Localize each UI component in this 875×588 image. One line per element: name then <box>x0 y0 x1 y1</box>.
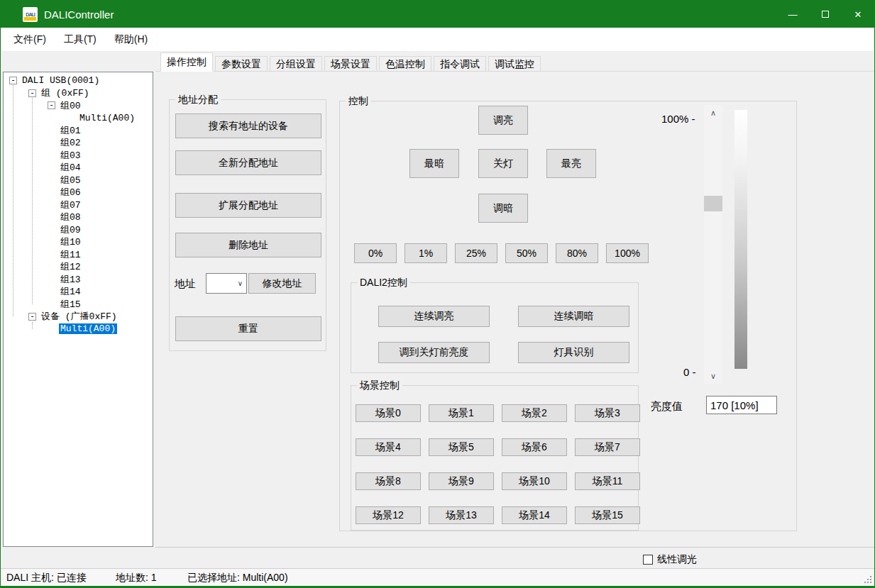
scene-button[interactable]: 场景5 <box>429 438 494 456</box>
address-assignment-group: 地址分配 搜索有地址的设备 全新分配地址 扩展分配地址 删除地址 地址 ∨ 修改… <box>169 99 326 351</box>
menu-item[interactable]: 工具(T) <box>64 33 97 46</box>
tree-item[interactable]: - 组04 <box>4 162 153 174</box>
tree-item[interactable]: - 组11 <box>4 248 153 261</box>
scene-button[interactable]: 场景0 <box>356 404 421 422</box>
tree-item-label: Multi(A00) <box>59 323 117 334</box>
close-button[interactable]: ✕ <box>842 1 874 28</box>
scene-button[interactable]: 场景2 <box>502 404 567 422</box>
address-action-button[interactable]: 全新分配地址 <box>175 150 321 175</box>
percent-button[interactable]: 50% <box>505 243 548 263</box>
tree-item-label: 组13 <box>59 273 82 286</box>
tree-item[interactable]: - Multi(A00) <box>4 323 153 335</box>
scene-button[interactable]: 场景3 <box>575 404 640 422</box>
tree-item[interactable]: - 组03 <box>4 149 153 162</box>
light-off-button[interactable]: 关灯 <box>478 149 528 178</box>
tree-item[interactable]: - 组08 <box>4 211 153 224</box>
scrollbar-thumb[interactable] <box>704 196 722 211</box>
menu-bar: 文件(F) 工具(T) 帮助(H) <box>1 28 874 52</box>
tree-item[interactable]: - 组06 <box>4 187 153 199</box>
tree-item-label: 组 (0xFF) <box>40 87 91 99</box>
brightness-scrollbar[interactable]: ∧ ∨ <box>704 105 722 384</box>
dali2-group-title: DALI2控制 <box>357 277 410 289</box>
tree-item[interactable]: - 组09 <box>4 223 153 236</box>
linear-dimming-label: 线性调光 <box>657 553 697 566</box>
percent-button[interactable]: 0% <box>354 243 397 263</box>
control-group: 控制 调亮 最暗 关灯 最亮 调暗 0% 1% 25% 50% 80% 100% <box>339 101 797 531</box>
reset-button[interactable]: 重置 <box>175 316 321 341</box>
scene-button[interactable]: 场景6 <box>502 438 567 456</box>
tree-item-label: 组08 <box>59 211 82 223</box>
app-icon[interactable]: DALI <box>23 7 38 22</box>
tree-expander-icon[interactable]: - <box>48 101 55 109</box>
resize-grip[interactable] <box>870 582 871 583</box>
scene-button[interactable]: 场景9 <box>429 472 494 490</box>
tree-item-label: 组12 <box>59 260 82 273</box>
scene-button[interactable]: 场景4 <box>356 438 421 456</box>
scene-button[interactable]: 场景8 <box>356 472 421 490</box>
dali2-action-button[interactable]: 灯具识别 <box>518 342 629 363</box>
tree-item[interactable]: - 组14 <box>4 286 153 299</box>
scroll-down-icon[interactable]: ∨ <box>704 370 722 382</box>
slider-bottom-label: 0 - <box>683 366 696 378</box>
scene-button[interactable]: 场景14 <box>502 506 567 524</box>
dali2-action-button[interactable]: 调到关灯前亮度 <box>378 342 490 363</box>
tab[interactable]: 调试监控 <box>488 56 541 72</box>
tab[interactable]: 参数设置 <box>215 56 268 72</box>
percent-button[interactable]: 100% <box>606 243 649 263</box>
tree-item[interactable]: - Multi(A00) <box>4 112 153 125</box>
tab[interactable]: 场景设置 <box>324 56 377 72</box>
dali2-action-button[interactable]: 连续调亮 <box>378 306 490 327</box>
percent-button[interactable]: 80% <box>556 243 598 263</box>
brightness-value-field[interactable]: 170 [10%] <box>706 396 777 414</box>
tab[interactable]: 指令调试 <box>434 56 486 72</box>
tree-item[interactable]: - 组13 <box>4 273 153 286</box>
modify-address-button[interactable]: 修改地址 <box>248 273 316 294</box>
tree-expander-icon[interactable]: - <box>9 77 17 84</box>
menu-item[interactable]: 帮助(H) <box>114 33 148 46</box>
minimize-button[interactable]: — <box>776 1 809 28</box>
maximize-button[interactable] <box>809 1 842 28</box>
dim-button[interactable]: 调暗 <box>478 194 528 223</box>
menu-item[interactable]: 文件(F) <box>13 33 46 46</box>
tree-item[interactable]: - 组01 <box>4 124 153 137</box>
tree-item[interactable]: - 设备 (广播0xFF) <box>4 311 153 323</box>
max-brightness-button[interactable]: 最亮 <box>546 149 596 178</box>
tree-item-label: 组00 <box>59 99 82 112</box>
tree-item[interactable]: - 组00 <box>4 99 153 112</box>
tree-item[interactable]: - 组05 <box>4 174 153 187</box>
scene-button[interactable]: 场景11 <box>575 472 640 490</box>
percent-button[interactable]: 1% <box>405 243 447 263</box>
tree-item[interactable]: - 组 (0xFF) <box>4 87 153 100</box>
scene-button[interactable]: 场景13 <box>429 506 494 524</box>
tree-item[interactable]: - DALI USB(0001) <box>4 74 153 87</box>
address-action-button[interactable]: 扩展分配地址 <box>175 193 321 218</box>
scene-button[interactable]: 场景7 <box>575 438 640 456</box>
scene-button[interactable]: 场景15 <box>575 506 640 524</box>
percent-button[interactable]: 25% <box>455 243 497 263</box>
tab[interactable]: 操作控制 <box>160 52 213 72</box>
tree-item-label: 组10 <box>59 235 82 248</box>
brighten-button[interactable]: 调亮 <box>478 106 528 135</box>
tree-item[interactable]: - 组10 <box>4 236 153 249</box>
tree-item[interactable]: - 组15 <box>4 298 153 311</box>
tab[interactable]: 色温控制 <box>379 56 431 72</box>
tree-expander-icon[interactable]: - <box>28 89 36 97</box>
address-label: 地址 <box>175 277 196 291</box>
linear-dimming-checkbox[interactable] <box>643 555 653 565</box>
dali2-action-button[interactable]: 连续调暗 <box>518 306 629 327</box>
status-host-connection: DALI 主机: 已连接 <box>6 569 87 586</box>
tree-item[interactable]: - 组02 <box>4 137 153 150</box>
scene-button[interactable]: 场景12 <box>356 506 421 524</box>
min-brightness-button[interactable]: 最暗 <box>409 149 459 178</box>
address-action-button[interactable]: 删除地址 <box>175 233 321 257</box>
tree-item[interactable]: - 组12 <box>4 261 153 274</box>
tab[interactable]: 分组设置 <box>270 56 322 72</box>
scene-button[interactable]: 场景1 <box>429 404 494 422</box>
scene-control-group: 场景控制 场景0 场景1 场景2 场景3 场景4 场景5 <box>351 385 639 531</box>
tree-expander-icon[interactable]: - <box>28 313 36 321</box>
tree-item[interactable]: - 组07 <box>4 199 153 211</box>
scene-button[interactable]: 场景10 <box>502 472 567 490</box>
address-action-button[interactable]: 搜索有地址的设备 <box>175 113 321 138</box>
scroll-up-icon[interactable]: ∧ <box>704 106 722 119</box>
address-combobox[interactable]: ∨ <box>206 273 247 294</box>
